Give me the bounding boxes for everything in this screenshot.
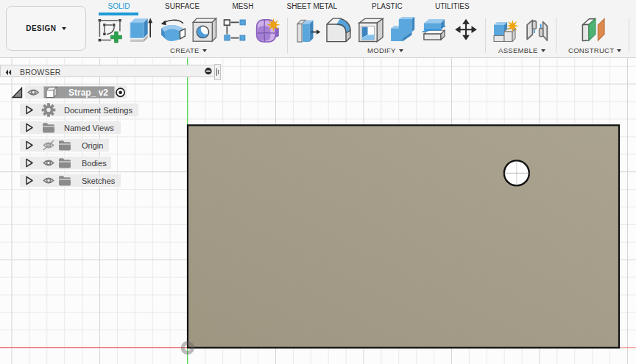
svg-text:Document Settings: Document Settings <box>64 105 132 114</box>
svg-text:Origin: Origin <box>82 140 103 149</box>
svg-text:Named Views: Named Views <box>64 123 114 132</box>
svg-text:Strap_ v2: Strap_ v2 <box>68 88 108 98</box>
svg-text:Bodies: Bodies <box>82 158 107 167</box>
svg-text:BROWSER: BROWSER <box>20 67 61 76</box>
svg-text:Sketches: Sketches <box>82 176 116 185</box>
